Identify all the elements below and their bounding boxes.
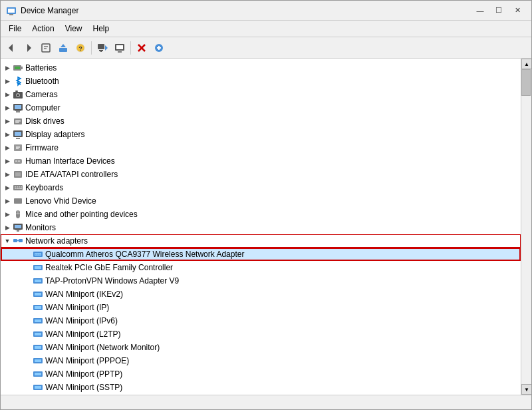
- svg-point-29: [17, 95, 19, 97]
- svg-text:?: ?: [78, 45, 82, 52]
- firmware-label: Firmware: [25, 143, 59, 152]
- tree-item-human-interface[interactable]: ▶ Human Interface Devices: [1, 154, 521, 168]
- tree-item-wan-ip[interactable]: WAN Miniport (IP): [1, 301, 521, 314]
- toolbar-separator-1: [91, 41, 92, 55]
- tree-item-firmware[interactable]: ▶ Firmware: [1, 141, 521, 154]
- svg-marker-9: [61, 44, 66, 47]
- tree-item-network-adapters[interactable]: ▼ Network adapters: [1, 234, 521, 248]
- expand-arrow-batteries[interactable]: ▶: [2, 63, 13, 73]
- uninstall-button[interactable]: [134, 40, 150, 56]
- scroll-thumb[interactable]: [521, 69, 531, 96]
- properties-button[interactable]: [38, 40, 54, 56]
- forward-button[interactable]: [21, 40, 37, 56]
- tree-item-keyboards[interactable]: ▶ Keyboards: [1, 181, 521, 194]
- svg-rect-1: [8, 9, 15, 13]
- svg-rect-51: [17, 186, 18, 188]
- display-adapters-icon: [13, 129, 23, 140]
- menu-action[interactable]: Action: [27, 22, 59, 35]
- svg-rect-81: [35, 319, 41, 322]
- tree-item-monitors[interactable]: ▶ Monitors: [1, 221, 521, 234]
- svg-rect-14: [100, 51, 102, 52]
- update-driver-button[interactable]: [55, 40, 71, 56]
- display-type-button[interactable]: [112, 40, 128, 56]
- tree-item-computer[interactable]: ▶ Computer: [1, 101, 521, 114]
- wan-pptp-icon: [33, 369, 43, 379]
- tree-item-qualcomm[interactable]: Qualcomm Atheros QCA9377 Wireless Networ…: [1, 248, 521, 261]
- expand-arrow-ide[interactable]: ▶: [2, 169, 13, 180]
- scan-button[interactable]: [94, 40, 110, 56]
- svg-rect-54: [15, 188, 16, 190]
- svg-rect-55: [17, 188, 19, 190]
- wan-ip-icon: [33, 302, 43, 313]
- expand-arrow-keyboards[interactable]: ▶: [2, 182, 13, 193]
- tree-item-wan-l2tp[interactable]: WAN Miniport (L2TP): [1, 327, 521, 341]
- expand-arrow-display-adapters[interactable]: ▶: [2, 129, 13, 140]
- tree-item-tap[interactable]: TAP-ProtonVPN Windows Adapter V9: [1, 274, 521, 288]
- menu-view[interactable]: View: [60, 22, 88, 35]
- expand-arrow-bluetooth[interactable]: ▶: [2, 76, 13, 87]
- svg-rect-61: [15, 225, 21, 228]
- close-button[interactable]: ✕: [509, 4, 526, 17]
- scroll-up-button[interactable]: ▲: [521, 59, 531, 69]
- title-bar-left: Device Manager: [6, 5, 78, 16]
- svg-rect-62: [17, 230, 19, 232]
- title-controls: — ☐ ✕: [471, 4, 526, 17]
- svg-rect-53: [21, 186, 22, 188]
- tree-item-wan-pptp[interactable]: WAN Miniport (PPTP): [1, 367, 521, 381]
- wan-sstp-icon: [33, 382, 43, 393]
- cameras-label: Cameras: [25, 90, 58, 99]
- tree-item-mice[interactable]: ▶ Mice and other pointing devices: [1, 208, 521, 221]
- wan-nm-icon: [33, 342, 43, 353]
- lenovo-icon: [13, 196, 23, 206]
- vertical-scrollbar[interactable]: ▲ ▼: [521, 59, 531, 395]
- svg-rect-73: [35, 266, 41, 269]
- tree-item-batteries[interactable]: ▶ Batteries: [1, 61, 521, 75]
- bluetooth-icon: [13, 76, 23, 87]
- expand-arrow-network-adapters[interactable]: ▼: [2, 236, 13, 246]
- add-hardware-button[interactable]: [151, 40, 167, 56]
- expand-arrow-computer[interactable]: ▶: [2, 102, 13, 113]
- tree-item-ide[interactable]: ▶ IDE ATA/ATAPI controllers: [1, 168, 521, 181]
- minimize-button[interactable]: —: [471, 4, 489, 17]
- tree-item-bluetooth[interactable]: ▶ Bluetooth: [1, 75, 521, 88]
- tree-item-wan-ikev2[interactable]: WAN Miniport (IKEv2): [1, 288, 521, 301]
- svg-rect-65: [19, 239, 23, 242]
- svg-rect-50: [15, 186, 16, 188]
- svg-rect-40: [16, 138, 20, 139]
- expand-arrow-human-interface[interactable]: ▶: [2, 156, 13, 166]
- keyboards-icon: [13, 182, 23, 193]
- tree-item-realtek[interactable]: Realtek PCIe GbE Family Controller: [1, 261, 521, 274]
- tree-item-wan-pppoe[interactable]: WAN Miniport (PPPOE): [1, 354, 521, 367]
- svg-rect-64: [13, 239, 17, 242]
- scroll-track[interactable]: [521, 69, 531, 384]
- expand-arrow-cameras[interactable]: ▶: [2, 89, 13, 100]
- svg-rect-87: [35, 359, 41, 362]
- back-button[interactable]: [3, 40, 19, 56]
- tree-item-wan-ipv6[interactable]: WAN Miniport (IPv6): [1, 314, 521, 327]
- svg-marker-15: [105, 45, 108, 51]
- expand-arrow-disk-drives[interactable]: ▶: [2, 116, 13, 126]
- menu-help[interactable]: Help: [88, 22, 115, 35]
- maximize-button[interactable]: ☐: [490, 4, 507, 17]
- svg-rect-2: [9, 14, 13, 15]
- tree-item-wan-sstp[interactable]: WAN Miniport (SSTP): [1, 381, 521, 394]
- expand-arrow-lenovo[interactable]: ▶: [2, 196, 13, 206]
- toolbar-separator-2: [130, 41, 131, 55]
- tree-item-disk-drives[interactable]: ▶ Disk drives: [1, 114, 521, 128]
- tree-item-cameras[interactable]: ▶ Cameras: [1, 88, 521, 101]
- tree-panel[interactable]: ▶ Batteries ▶: [1, 59, 521, 395]
- monitors-label: Monitors: [25, 223, 56, 232]
- scroll-down-button[interactable]: ▼: [521, 384, 531, 395]
- expand-arrow-mice[interactable]: ▶: [2, 209, 13, 220]
- title-bar: Device Manager — ☐ ✕: [1, 1, 531, 21]
- tree-item-wan-network-monitor[interactable]: WAN Miniport (Network Monitor): [1, 341, 521, 354]
- tree-item-display-adapters[interactable]: ▶ Display adapters: [1, 128, 521, 141]
- tree-item-lenovo[interactable]: ▶ Lenovo Vhid Device: [1, 194, 521, 208]
- expand-arrow-firmware[interactable]: ▶: [2, 142, 13, 153]
- menu-file[interactable]: File: [3, 22, 27, 35]
- help-button[interactable]: ?: [72, 40, 88, 56]
- hid-icon: [13, 156, 23, 166]
- expand-arrow-monitors[interactable]: ▶: [2, 222, 13, 233]
- firmware-icon: [13, 142, 23, 153]
- toolbar: ?: [1, 37, 531, 59]
